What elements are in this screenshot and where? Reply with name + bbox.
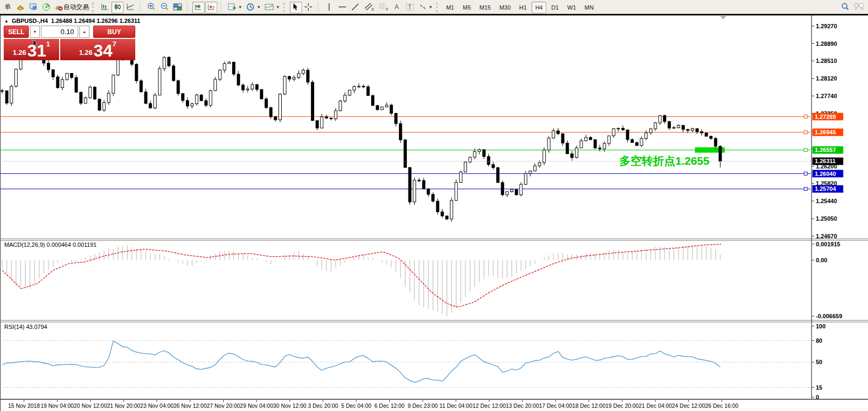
chat-button[interactable] <box>851 2 866 13</box>
buy-button[interactable]: BUY <box>93 26 135 38</box>
pivot-annotation-text[interactable]: 多空转折点1.2655 <box>619 154 709 168</box>
sell-button[interactable]: SELL <box>4 26 29 38</box>
level-handle[interactable] <box>804 131 807 134</box>
crosshair-tool-button[interactable] <box>302 2 315 13</box>
time-axis-label: 30 Nov 12:00 <box>273 402 307 409</box>
zoom-in-icon <box>146 2 156 12</box>
time-axis-label: 13 Dec 20:00 <box>506 402 539 409</box>
price-tick-label: 1.25440 <box>816 198 837 204</box>
price-tick-label: 1.28890 <box>816 41 837 47</box>
timeframe-m15[interactable]: M15 <box>476 2 494 13</box>
text-label-icon: T <box>405 3 415 12</box>
text-label-tool-button[interactable]: T <box>404 2 416 13</box>
trendline-tool-button[interactable] <box>349 2 362 13</box>
ohlc-values: 1.26488 1.26494 1.26296 1.26311 <box>51 18 141 24</box>
autotrade-button[interactable]: 自动交易 <box>53 2 91 13</box>
time-axis-label: 5 Dec 04:00 <box>341 402 372 409</box>
volume-input[interactable]: 0.10 <box>41 26 78 38</box>
sell-price-display[interactable]: 1.26 31 1 <box>4 39 59 60</box>
level-price-tag-text: 1.26945 <box>815 129 836 135</box>
new-chart-icon <box>227 3 236 12</box>
rsi-tick-label: 0 <box>816 394 819 400</box>
candles-layer <box>1 42 722 222</box>
price-tick-label: 1.28510 <box>816 58 837 64</box>
time-axis-label: 15 Nov 2018 <box>8 402 40 409</box>
search-button[interactable] <box>839 2 851 13</box>
toolbar-separator <box>187 3 190 12</box>
rsi-tick-label: 50 <box>816 359 822 365</box>
level-price-tag-text: 1.27289 <box>815 114 836 120</box>
new-order-button[interactable]: 单 <box>2 2 14 13</box>
level-handle[interactable] <box>804 148 807 151</box>
timeframe-d1[interactable]: D1 <box>547 2 562 13</box>
one-click-trading-panel: SELL ▼ 0.10 ▲ BUY 1.26 31 1 1.26 34 7 <box>4 26 135 60</box>
volume-value: 0.10 <box>61 28 74 36</box>
bar-chart-type-button[interactable] <box>99 2 111 13</box>
market-watch-button[interactable] <box>27 2 39 13</box>
time-axis-label: 26 Nov 12:00 <box>174 402 207 409</box>
volume-increase-button[interactable]: ▲ <box>79 26 89 38</box>
timeframe-m1[interactable]: M1 <box>443 2 458 13</box>
timeframe-w1[interactable]: W1 <box>563 2 580 13</box>
line-chart-type-button[interactable] <box>124 2 136 13</box>
panel-collapse-icon[interactable]: ▲ <box>4 19 9 23</box>
level-handle[interactable] <box>804 187 807 190</box>
fibonacci-tool-button[interactable]: F <box>376 2 390 13</box>
autotrade-icon <box>54 3 63 12</box>
macd-tick-label: 0.00 <box>816 257 827 263</box>
time-axis-label: 11 Dec 04:00 <box>439 402 472 409</box>
zoom-in-button[interactable] <box>145 2 158 13</box>
volume-decrease-button[interactable]: ▼ <box>30 26 40 38</box>
spin-down-icon: ▼ <box>33 30 37 34</box>
data-window-button[interactable] <box>40 2 52 13</box>
level-handle[interactable] <box>804 172 807 175</box>
price-tick-label: 1.24670 <box>816 233 837 239</box>
zoom-out-button[interactable] <box>158 2 171 13</box>
auto-scroll-icon <box>194 3 203 12</box>
mt4-window: 单 自动交易 <box>0 0 868 411</box>
new-chart-button[interactable]: ▼ <box>226 2 244 13</box>
green-info-icon <box>42 3 51 12</box>
dropdown-caret-icon: ▼ <box>429 5 433 10</box>
toolbar-separator <box>436 3 440 12</box>
time-axis-label: 27 Nov 20:00 <box>207 402 240 409</box>
candlestick-chart-type-button[interactable] <box>111 2 124 13</box>
toolbar-separator <box>283 3 287 12</box>
timeframe-m30[interactable]: M30 <box>496 2 514 13</box>
chart-canvas[interactable]: 1.292701.288901.285101.281201.277401.273… <box>0 0 868 411</box>
equidistant-channel-tool-button[interactable]: E <box>362 2 376 13</box>
channel-icon: E <box>364 2 374 12</box>
toolbar-separator <box>92 3 96 12</box>
toolbar-separator <box>318 3 321 12</box>
indicators-button[interactable]: ▼ <box>263 2 282 13</box>
timeframe-h4[interactable]: H4 <box>531 2 546 13</box>
horizontal-line-tool-button[interactable] <box>336 2 349 13</box>
macd-layer <box>2 244 721 316</box>
timeframe-mn[interactable]: MN <box>581 2 597 13</box>
level-handle[interactable] <box>804 115 807 118</box>
vertical-line-tool-button[interactable] <box>323 2 335 13</box>
time-axis-label: 3 Dec 20:00 <box>308 402 338 409</box>
bar-chart-icon <box>101 3 109 12</box>
gold-chart-icon <box>16 3 25 12</box>
text-tool-button[interactable]: A <box>391 2 403 13</box>
symbol-ohlc-bar: ▲ GBPUSD-,H4 1.26488 1.26494 1.26296 1.2… <box>4 18 140 24</box>
auto-scroll-button[interactable] <box>192 2 204 13</box>
arrows-tool-button[interactable]: ▼ <box>417 2 435 13</box>
cursor-tool-button[interactable] <box>290 2 302 13</box>
time-axis-label: 20 Nov 12:00 <box>74 402 108 409</box>
profiles-button[interactable]: ▼ <box>244 2 263 13</box>
zoom-out-icon <box>160 2 169 12</box>
buy-price-display[interactable]: 1.26 34 7 <box>60 39 135 60</box>
tile-windows-button[interactable] <box>171 2 184 13</box>
chart-shift-button[interactable] <box>205 2 217 13</box>
timeframe-m5[interactable]: M5 <box>459 2 474 13</box>
timeframe-h1[interactable]: H1 <box>515 2 530 13</box>
chart-collapse-arrow[interactable] <box>720 16 726 19</box>
price-tick-label: 1.29270 <box>816 23 837 29</box>
sell-button-label: SELL <box>8 28 24 36</box>
bid-price-tag-text: 1.26311 <box>815 158 836 164</box>
charts-button[interactable] <box>14 2 27 13</box>
monitor-user-icon <box>29 3 38 12</box>
rsi-tick-label: 100 <box>816 323 825 329</box>
